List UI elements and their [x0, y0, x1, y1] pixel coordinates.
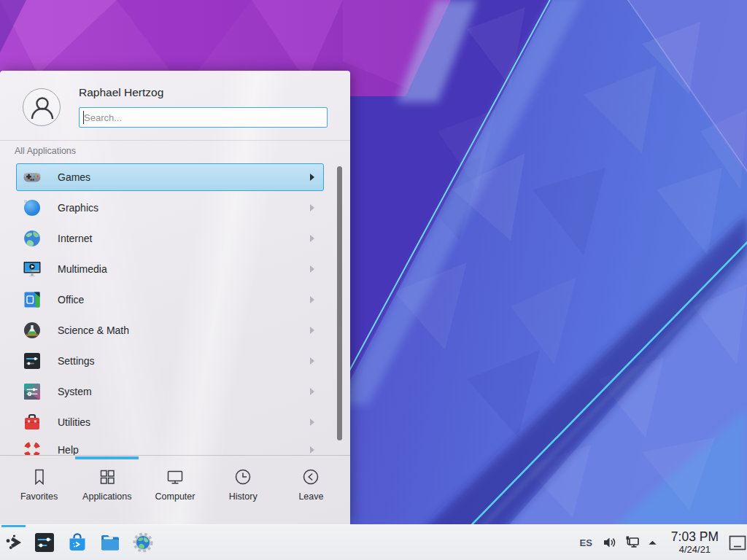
clock-time: 7:03 PM: [671, 530, 719, 544]
tab-history[interactable]: History: [209, 467, 277, 502]
chevron-right-icon: [310, 204, 314, 211]
toolbox-icon: [23, 413, 42, 432]
category-item-system[interactable]: System: [16, 378, 324, 405]
file-manager-button[interactable]: [93, 525, 126, 560]
digital-clock[interactable]: 7:03 PM 4/24/21: [671, 530, 719, 555]
category-label: Office: [58, 294, 84, 306]
application-launcher-menu: Raphael Hertzog All Applications: [0, 71, 350, 524]
category-item-science-math[interactable]: Science & Math: [16, 316, 324, 344]
search-input[interactable]: [79, 107, 328, 128]
sliders-icon: [23, 351, 42, 370]
category-label: System: [58, 386, 92, 397]
media-screen-icon: [23, 260, 42, 279]
category-label: Multimedia: [58, 263, 107, 275]
section-label: All Applications: [15, 146, 76, 156]
tab-label: Leave: [298, 491, 323, 502]
grid-icon: [97, 467, 117, 487]
kde-launcher-icon: [3, 532, 25, 553]
show-desktop-icon: [729, 535, 746, 551]
category-label: Utilities: [58, 416, 90, 428]
clock-date: 4/24/21: [679, 544, 711, 555]
tab-label: History: [229, 491, 258, 502]
tab-leave[interactable]: Leave: [277, 467, 345, 502]
document-icon: [23, 290, 42, 309]
chevron-right-icon: [310, 235, 314, 242]
chevron-right-icon: [310, 357, 314, 365]
tab-applications[interactable]: Applications: [73, 467, 141, 502]
active-tab-indicator: [75, 456, 139, 459]
chevron-right-icon: [310, 327, 314, 334]
category-label: Settings: [58, 355, 95, 367]
leave-icon: [301, 467, 321, 487]
chevron-right-icon: [310, 419, 314, 426]
category-label: Graphics: [58, 202, 98, 214]
web-browser-button[interactable]: [126, 525, 159, 560]
active-task-indicator: [1, 525, 26, 527]
sphere-icon: [23, 198, 42, 217]
launcher-footer: Favorites Applications: [0, 455, 350, 524]
wired-network-icon[interactable]: [624, 525, 641, 560]
category-label: Internet: [58, 233, 92, 244]
person-icon: [23, 89, 61, 127]
chevron-right-icon: [310, 388, 314, 395]
expand-tray-icon[interactable]: [646, 525, 659, 560]
app-launcher-button[interactable]: [0, 525, 28, 560]
discover-icon: [66, 532, 88, 553]
bookmark-icon: [29, 467, 50, 487]
clock-icon: [233, 467, 253, 487]
category-item-utilities[interactable]: Utilities: [16, 408, 324, 436]
category-list: Games Graphics: [0, 158, 350, 455]
taskbar: ES 7:03 PM 4/24/21: [0, 524, 747, 560]
category-item-internet[interactable]: Internet: [16, 225, 324, 252]
category-label: Science & Math: [58, 324, 129, 336]
user-avatar[interactable]: [23, 88, 61, 126]
category-label: Help: [58, 444, 79, 455]
system-sliders-icon: [23, 382, 42, 401]
system-settings-icon: [34, 532, 55, 553]
gamepad-icon: [23, 168, 42, 187]
category-item-settings[interactable]: Settings: [16, 347, 324, 375]
web-browser-icon: [132, 532, 154, 553]
globe-icon: [23, 229, 42, 248]
category-item-games[interactable]: Games: [16, 163, 324, 191]
category-item-graphics[interactable]: Graphics: [16, 194, 324, 222]
file-manager-icon: [99, 532, 121, 553]
launcher-header: Raphael Hertzog: [0, 71, 350, 141]
category-label: Games: [58, 171, 90, 183]
tab-label: Applications: [82, 491, 131, 502]
tab-computer[interactable]: Computer: [141, 467, 209, 502]
volume-icon[interactable]: [601, 525, 619, 560]
category-item-help[interactable]: Help: [16, 436, 324, 455]
tab-label: Favorites: [20, 491, 58, 502]
flask-icon: [23, 321, 42, 340]
category-item-office[interactable]: Office: [16, 286, 324, 314]
category-item-multimedia[interactable]: Multimedia: [16, 255, 324, 283]
show-desktop-button[interactable]: [728, 534, 747, 551]
tab-label: Computer: [155, 491, 196, 502]
tab-favorites[interactable]: Favorites: [5, 467, 73, 502]
user-name: Raphael Hertzog: [79, 86, 163, 99]
chevron-right-icon: [310, 296, 314, 303]
chevron-right-icon: [310, 446, 314, 454]
lifebuoy-icon: [23, 440, 42, 455]
system-settings-button[interactable]: [28, 525, 61, 560]
scrollbar[interactable]: [337, 166, 342, 440]
discover-button[interactable]: [61, 525, 93, 560]
chevron-right-icon: [310, 174, 314, 181]
monitor-icon: [165, 467, 185, 487]
desktop: Raphael Hertzog All Applications: [0, 0, 747, 560]
chevron-right-icon: [310, 265, 314, 273]
keyboard-layout-indicator[interactable]: ES: [579, 537, 592, 548]
text-caret: [83, 111, 84, 124]
